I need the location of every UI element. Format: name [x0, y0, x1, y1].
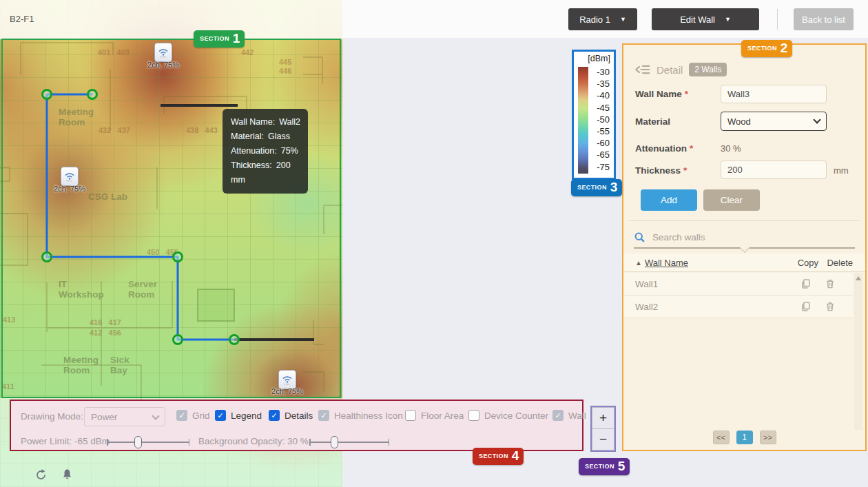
walls-count-badge: 2 Walls: [689, 63, 727, 76]
checkbox-floor-area[interactable]: Floor Area: [405, 410, 464, 421]
checkbox-legend[interactable]: ✓ Legend: [215, 410, 262, 421]
notifications-bell-icon[interactable]: [61, 468, 74, 481]
collapse-panel-icon[interactable]: [635, 64, 650, 75]
legend-tick: -50: [597, 114, 610, 126]
next-page-button[interactable]: >>: [760, 431, 776, 444]
section-4-badge: SECTION4: [473, 448, 524, 465]
wall-detail-panel: Detail 2 Walls Wall Name* Material Wood …: [622, 43, 867, 451]
prev-page-button[interactable]: <<: [713, 431, 730, 444]
required-marker: *: [690, 143, 693, 154]
zoom-out-button[interactable]: −: [592, 429, 614, 451]
power-limit-slider[interactable]: [107, 442, 189, 443]
checkbox-label: Details: [285, 411, 313, 421]
copy-icon[interactable]: [800, 278, 812, 289]
trash-icon[interactable]: [825, 278, 836, 289]
clear-button[interactable]: Clear: [703, 189, 760, 211]
checkbox-label: Device Counter: [484, 411, 548, 421]
legend-tick-labels: -30 -35 -40 -45 -50 -55 -60 -65 -75: [597, 67, 610, 174]
thickness-unit: mm: [834, 165, 849, 176]
pagination: << 1 >>: [623, 431, 865, 444]
required-marker: *: [683, 165, 687, 176]
material-selected-value: Wood: [727, 116, 751, 127]
thickness-input[interactable]: [721, 160, 827, 179]
section-badge-label: SECTION: [585, 463, 614, 470]
checkbox-checked-disabled: ✓: [552, 410, 564, 421]
tooltip-wall-name-value: Wall2: [279, 117, 300, 127]
chevron-down-icon: ▼: [620, 17, 626, 23]
wall-name-column-header[interactable]: Wall Name: [645, 258, 688, 268]
access-point-bottom[interactable]: [278, 370, 296, 389]
wall-name-input[interactable]: [721, 85, 827, 103]
map-zoom-control: + −: [590, 406, 616, 452]
access-point-left[interactable]: [61, 167, 79, 186]
checkbox-wall[interactable]: ✓ Wall: [552, 410, 586, 421]
checkbox-healthiness-icon[interactable]: ✓ Healthiness Icon: [318, 410, 403, 421]
material-select[interactable]: Wood: [721, 112, 827, 131]
thickness-label: Thickness*: [635, 165, 687, 176]
ap-label-bottom: 2ch, 75%: [263, 387, 311, 395]
wall-name-label-text: Wall Name: [635, 89, 682, 99]
wall-row-name: Wall1: [635, 279, 658, 289]
sort-ascending-icon[interactable]: ▲: [635, 259, 642, 267]
wall-row-1[interactable]: Wall1: [623, 273, 853, 296]
legend-tick: -65: [597, 149, 610, 161]
current-page-button[interactable]: 1: [736, 431, 753, 444]
legend-tick: -75: [597, 162, 610, 174]
edit-wall-dropdown-label: Edit Wall: [680, 14, 715, 25]
radio-dropdown-button[interactable]: Radio 1 ▼: [568, 8, 637, 30]
checkbox-checked-disabled: ✓: [176, 410, 187, 421]
checkbox-checked: ✓: [215, 410, 226, 421]
checkbox-label: Healthiness Icon: [334, 411, 403, 421]
panel-divider: [629, 220, 860, 221]
search-walls-input[interactable]: [652, 232, 855, 242]
checkbox-checked-disabled: ✓: [318, 410, 329, 421]
background-opacity-slider[interactable]: [309, 442, 389, 443]
drawing-mode-select[interactable]: Power: [84, 407, 165, 426]
chevron-down-icon: ▼: [725, 17, 731, 23]
wall-tooltip: Wall Name:Wall2 Material:Glass Attenuati…: [223, 109, 308, 194]
checkbox-details[interactable]: ✓ Details: [269, 410, 313, 421]
slider-tick: [389, 439, 390, 446]
section-1-badge: SECTION1: [194, 30, 245, 48]
search-icon: [634, 231, 645, 243]
wall-row-2[interactable]: Wall2: [623, 296, 853, 318]
background-opacity-label: Background Opacity: 30 %: [198, 436, 309, 446]
thickness-label-text: Thickness: [635, 165, 681, 176]
ap-label-top: 2ch, 75%: [139, 61, 187, 69]
delete-column-header: Delete: [827, 258, 853, 268]
wifi-icon: [281, 373, 293, 386]
zoom-in-button[interactable]: +: [592, 407, 614, 429]
legend-color-scale: [578, 67, 588, 174]
checkbox-grid[interactable]: ✓ Grid: [176, 410, 210, 421]
refresh-icon[interactable]: [34, 468, 48, 481]
attenuation-value: 30 %: [721, 143, 741, 154]
legend-tick: -40: [597, 90, 610, 102]
access-point-top[interactable]: [154, 43, 172, 62]
checkbox-unchecked: [405, 410, 416, 421]
wall-list-scrollbar[interactable]: [854, 273, 862, 430]
copy-icon[interactable]: [800, 301, 812, 312]
power-limit-slider-thumb[interactable]: [134, 436, 142, 448]
section-badge-number: 1: [233, 31, 240, 46]
add-wall-button[interactable]: Add: [641, 189, 697, 211]
background-opacity-slider-thumb[interactable]: [331, 436, 338, 448]
checkbox-label: Floor Area: [421, 411, 464, 421]
back-to-list-button[interactable]: Back to list: [794, 8, 854, 30]
checkbox-device-counter[interactable]: Device Counter: [468, 410, 548, 421]
tooltip-attenuation-value: 75%: [281, 146, 298, 156]
trash-icon[interactable]: [825, 301, 836, 312]
section-2-badge: SECTION2: [741, 40, 792, 57]
section-5-badge: SECTION5: [579, 458, 630, 475]
dbm-legend: [dBm] -30 -35 -40 -45 -50 -55 -60 -65 -7…: [572, 50, 616, 180]
drawing-mode-value: Power: [91, 412, 117, 422]
wifi-icon: [157, 46, 169, 59]
section-badge-number: 2: [781, 41, 788, 56]
slider-tick: [107, 439, 108, 446]
tooltip-wall-name-label: Wall Name:: [231, 117, 275, 127]
section-badge-label: SECTION: [577, 184, 607, 191]
tooltip-attenuation-label: Attenuation:: [231, 146, 277, 156]
panel-title: Detail: [657, 64, 683, 76]
scroll-up-icon[interactable]: [856, 276, 861, 280]
legend-tick: -55: [597, 126, 610, 138]
edit-wall-dropdown-button[interactable]: Edit Wall ▼: [652, 8, 759, 30]
